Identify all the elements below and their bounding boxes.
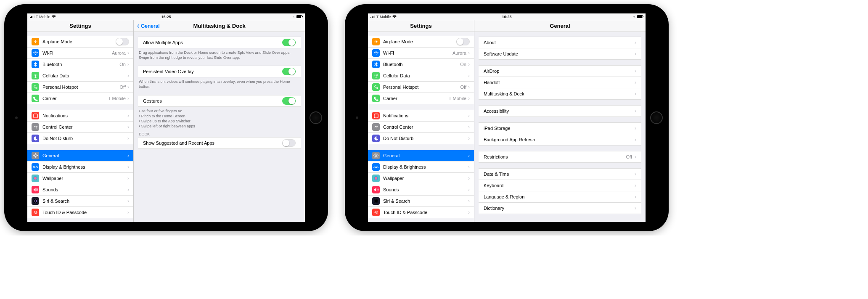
general-row[interactable]: Software Update › [479,48,641,60]
sidebar-item-general[interactable]: General› [27,150,133,161]
general-row[interactable]: AirDrop › [479,65,641,77]
screen-right: T-Mobile 16:25 ⌁ Settings ✈Airplane Mode… [368,13,646,222]
screen-left: T-Mobile 16:25 ⌁ Settings ✈Airplane Mode… [27,13,305,222]
chevron-icon: › [468,113,470,119]
chevron-icon: › [635,205,636,211]
sidebar-item-sounds[interactable]: Sounds› [27,184,133,196]
sidebar-item-wallpaper[interactable]: Wallpaper› [27,172,133,184]
chevron-icon: › [127,124,129,130]
airplane-toggle[interactable] [456,38,470,45]
sidebar-item-siri[interactable]: Siri & Search› [27,195,133,207]
general-row[interactable]: Date & Time › [479,168,641,180]
chevron-icon: › [468,198,470,204]
setting-toggle[interactable] [282,97,296,105]
setting-toggle[interactable] [282,68,296,75]
sidebar-item-siri[interactable]: Siri & Search› [368,195,474,207]
airplane-toggle[interactable] [116,38,129,45]
sidebar-item-hotspot[interactable]: Personal HotspotOff› [368,81,474,93]
sidebar-item-cellular[interactable]: Cellular Data› [368,70,474,82]
svg-point-12 [376,127,377,128]
sidebar-item-wifi[interactable]: Wi-FiAurora› [27,47,133,59]
sidebar-item-carrier[interactable]: CarrierT-Mobile› [27,93,133,104]
general-row[interactable]: Keyboard › [479,180,641,191]
detail-pane-left: General Multitasking & Dock Allow Multip… [134,20,305,222]
sidebar-item-controlcenter[interactable]: Control Center› [27,121,133,133]
sidebar-item-hotspot[interactable]: Personal HotspotOff› [27,81,133,93]
general-row[interactable]: Background App Refresh › [479,134,641,146]
svg-point-2 [34,126,35,127]
general-row[interactable]: Dictionary › [479,202,641,214]
home-button[interactable] [650,111,663,124]
setting-toggle[interactable] [282,39,296,46]
setting-toggle[interactable] [282,139,296,147]
sidebar-item-carrier[interactable]: CarrierT-Mobile› [368,93,474,104]
sidebar-item-label: Sounds [42,187,127,192]
svg-point-15 [375,177,377,180]
sidebar-item-touchid[interactable]: Touch ID & Passcode› [27,206,133,218]
sidebar-item-label: Wi-Fi [42,50,112,56]
general-row[interactable]: Restrictions Off › [479,151,641,163]
bluetooth-icon [32,61,39,68]
sidebar-item-label: Wallpaper [42,176,127,181]
sidebar-item-cellular[interactable]: Cellular Data› [27,70,133,82]
sidebar-item-dnd[interactable]: Do Not Disturb› [368,132,474,144]
sidebar-item-wifi[interactable]: Wi-FiAurora› [368,47,474,59]
sidebar-item-touchid[interactable]: Touch ID & Passcode› [368,206,474,218]
touchid-icon [32,209,39,216]
display-icon: AA [372,163,380,171]
setting-row: Persistent Video Overlay [138,66,301,77]
chevron-icon: › [127,175,129,181]
sidebar-item-general[interactable]: General› [368,150,474,161]
sidebar-item-label: Cellular Data [42,73,127,78]
general-row[interactable]: iPad Storage › [479,122,641,134]
general-row[interactable]: About › [479,37,641,48]
general-row[interactable]: Handoff › [479,77,641,88]
display-icon: AA [32,163,39,171]
sidebar-item-controlcenter[interactable]: Control Center› [368,121,474,133]
chevron-icon: › [127,187,129,193]
carrier-icon [32,95,39,102]
chevron-icon: › [635,68,636,74]
sidebar-item-display[interactable]: AADisplay & Brightness› [27,161,133,173]
settings-sidebar: Settings ✈Airplane ModeWi-FiAurora›Bluet… [27,20,134,222]
sidebar-item-bluetooth[interactable]: BluetoothOn› [27,58,133,70]
general-row[interactable]: Multitasking & Dock › [479,88,641,100]
setting-label: Gestures [143,98,282,103]
sidebar-item-display[interactable]: AADisplay & Brightness› [368,161,474,173]
sidebar-item-label: Touch ID & Passcode [42,210,127,215]
bluetooth-icon [372,61,380,68]
touchid-icon [372,209,380,216]
siri-icon [372,197,380,205]
sidebar-item-sounds[interactable]: Sounds› [368,184,474,196]
settings-title: Settings [410,23,431,29]
setting-label: Show Suggested and Recent Apps [143,140,282,146]
sidebar-item-wallpaper[interactable]: Wallpaper› [368,172,474,184]
chevron-icon: › [127,84,129,90]
hotspot-icon [32,83,39,91]
sidebar-item-bluetooth[interactable]: BluetoothOn› [368,58,474,70]
sidebar-value: Off [460,85,466,90]
home-button[interactable] [310,111,322,124]
row-label: Date & Time [484,172,635,177]
back-button[interactable]: General [136,23,160,29]
chevron-icon: › [635,194,636,200]
sidebar-item-label: Airplane Mode [42,39,116,44]
sidebar-item-notifications[interactable]: Notifications› [27,110,133,122]
row-label: Handoff [484,80,635,85]
chevron-icon: › [635,91,636,97]
chevron-icon: › [468,124,470,130]
setting-label: Persistent Video Overlay [143,69,282,74]
detail-pane-right: General About › Software Update › AirDro… [474,20,646,222]
svg-point-3 [36,127,37,128]
sidebar-item-airplane[interactable]: ✈Airplane Mode [368,36,474,48]
sidebar-item-airplane[interactable]: ✈Airplane Mode [27,36,133,48]
svg-rect-1 [33,114,37,117]
sidebar-item-dnd[interactable]: Do Not Disturb› [27,132,133,144]
sidebar-item-label: Siri & Search [383,198,468,204]
general-row[interactable]: Language & Region › [479,191,641,203]
settings-header: Settings [368,20,474,32]
sidebar-item-notifications[interactable]: Notifications› [368,110,474,122]
general-row[interactable]: Accessibility › [479,105,641,117]
sidebar-value: On [460,62,466,67]
sidebar-item-label: Wallpaper [383,176,468,181]
